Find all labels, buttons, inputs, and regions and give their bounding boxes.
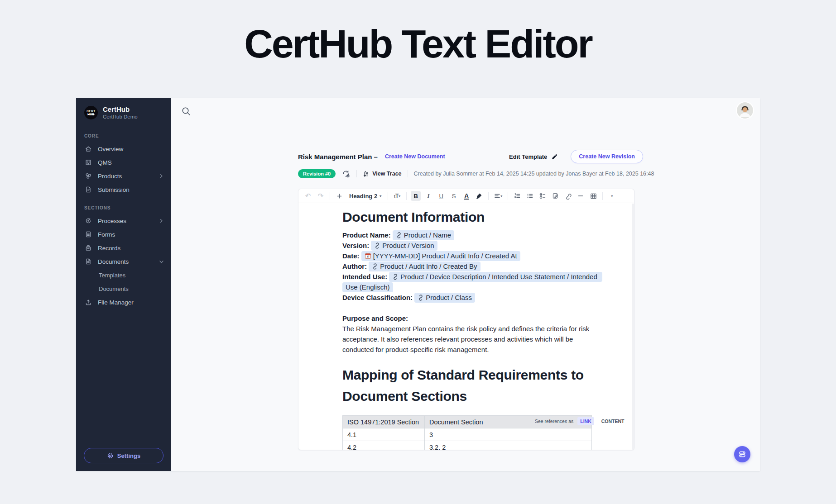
link-icon [418, 294, 426, 301]
toggles-icon [738, 450, 746, 458]
link-icon [374, 242, 382, 249]
horizontal-rule-button[interactable] [576, 191, 586, 201]
chevron-down-icon: ▾ [380, 194, 381, 198]
sidebar-item-label: Processes [98, 218, 153, 224]
purpose-scope-text: The Risk Management Plan contains the ri… [342, 323, 601, 355]
editor-scrollbar[interactable] [632, 204, 634, 450]
user-avatar[interactable] [737, 102, 753, 119]
edit-template-button[interactable]: Edit Template [509, 153, 558, 160]
chevron-right-icon [159, 174, 164, 178]
view-trace-button[interactable]: View Trace [363, 171, 401, 177]
field-label: Intended Use: [342, 273, 389, 281]
field-label: Version: [342, 242, 371, 249]
gear-icon [107, 452, 114, 459]
table-cell[interactable]: 3 [425, 428, 592, 441]
calendar-icon: 17 [365, 252, 373, 260]
references-content-toggle[interactable]: CONTENT [598, 417, 628, 425]
home-icon [84, 145, 92, 153]
highlighter-button[interactable] [474, 191, 484, 201]
reference-chip[interactable]: Product / Version [371, 241, 437, 251]
divider [388, 192, 388, 200]
app-window: CERT HUB CertHub CertHub Demo COREOvervi… [76, 98, 760, 471]
more-options-button[interactable]: ▾ [607, 191, 617, 201]
quick-settings-fab[interactable] [734, 446, 750, 462]
document-body[interactable]: Document Information Product Name: Produ… [342, 208, 601, 450]
revision-row: Revision #0 View Trace Created by Julia … [298, 169, 654, 179]
strikethrough-button[interactable]: S [449, 191, 459, 201]
sidebar-item-qms[interactable]: QMS [76, 156, 171, 169]
view-trace-label: View Trace [372, 171, 401, 177]
sidebar-item-forms[interactable]: Forms [76, 228, 171, 241]
nav-section-label: CORE [76, 124, 171, 142]
records-icon [84, 244, 92, 252]
italic-button[interactable]: I [423, 191, 433, 201]
reference-display-control: See references as LINK CONTENT [535, 417, 634, 425]
undo-button[interactable]: ↶ [303, 191, 313, 201]
reference-chip[interactable]: Product / Audit Info / Created By [369, 262, 480, 271]
table-cell[interactable]: 3.2, 2 [425, 441, 592, 451]
field-label: Date: [342, 252, 361, 260]
upload-icon [84, 299, 92, 306]
divider [406, 192, 407, 200]
ordered-list-button[interactable] [512, 191, 522, 201]
sidebar-item-processes[interactable]: Processes [76, 214, 171, 228]
font-size-button[interactable]: tT ▾ [392, 191, 402, 201]
bullet-list-button[interactable] [525, 191, 535, 201]
field-line: Date: 17[YYYY-MM-DD] Product / Audit Inf… [342, 251, 601, 261]
sidebar-item-label: Products [98, 173, 153, 180]
sidebar-item-overview[interactable]: Overview [76, 142, 171, 156]
text-color-button[interactable]: A [464, 193, 468, 200]
see-references-label: See references as [535, 418, 573, 424]
checklist-button[interactable] [538, 191, 548, 201]
heading-style-select[interactable]: Heading 2 ▾ [347, 193, 384, 200]
boxes-icon [84, 172, 92, 180]
sidebar-item-templates[interactable]: Templates [76, 268, 171, 282]
page-break-button[interactable] [550, 191, 560, 201]
settings-label: Settings [117, 452, 140, 459]
sidebar-item-label: QMS [98, 159, 164, 166]
sidebar-item-documents[interactable]: Documents [76, 282, 171, 295]
sidebar-item-label: Templates [99, 272, 164, 279]
sidebar-item-products[interactable]: Products [76, 169, 171, 183]
sidebar-item-label: Documents [99, 285, 164, 292]
sidebar-item-documents[interactable]: Documents [76, 255, 171, 268]
document-information-heading: Document Information [342, 209, 601, 226]
table-cell[interactable]: 4.2 [343, 441, 425, 451]
create-new-revision-button[interactable]: Create New Revision [571, 150, 643, 163]
insert-plus-button[interactable] [334, 191, 344, 201]
divider [488, 192, 489, 200]
main-area: Risk Management Plan – Create New Docume… [171, 98, 760, 471]
sidebar-item-label: Forms [98, 231, 164, 238]
sidebar-item-label: Documents [98, 258, 153, 265]
link-button[interactable] [563, 191, 573, 201]
align-button[interactable]: ▾ [493, 191, 504, 201]
process-icon [84, 217, 92, 225]
chevron-right-icon [159, 219, 164, 223]
sidebar-item-label: File Manager [98, 299, 164, 306]
sidebar-item-submission[interactable]: Submission [76, 183, 171, 196]
logo-line1: CERT [86, 109, 95, 113]
sync-settings-icon[interactable] [341, 169, 351, 178]
chip-text: [YYYY-MM-DD] Product / Audit Info / Crea… [373, 252, 517, 260]
settings-button[interactable]: Settings [84, 448, 163, 463]
redo-button[interactable]: ↷ [316, 191, 326, 201]
search-icon[interactable] [181, 106, 192, 117]
revision-badge: Revision #0 [298, 169, 336, 178]
field-line: Version: Product / Version [342, 240, 601, 251]
bold-button[interactable]: B [411, 191, 421, 201]
editor-toolbar: ↶ ↷ Heading 2 ▾ tT ▾ B I U S [298, 189, 634, 203]
reference-chip[interactable]: 17[YYYY-MM-DD] Product / Audit Info / Cr… [361, 251, 520, 261]
table-cell[interactable]: 4.1 [343, 428, 425, 441]
sidebar-item-records[interactable]: Records [76, 241, 171, 255]
sidebar-item-file-manager[interactable]: File Manager [76, 295, 171, 309]
table-button[interactable] [588, 191, 598, 201]
references-link-toggle[interactable]: LINK [577, 417, 594, 425]
trace-icon [363, 171, 369, 177]
reference-chip[interactable]: Product / Name [393, 230, 454, 240]
pencil-icon [551, 153, 558, 160]
reference-chip[interactable]: Product / Class [414, 293, 475, 303]
underline-button[interactable]: U [436, 191, 446, 201]
create-new-document-link[interactable]: Create New Document [385, 153, 445, 160]
chip-text: Product / Audit Info / Created By [380, 262, 477, 270]
document-check-icon [84, 186, 92, 194]
